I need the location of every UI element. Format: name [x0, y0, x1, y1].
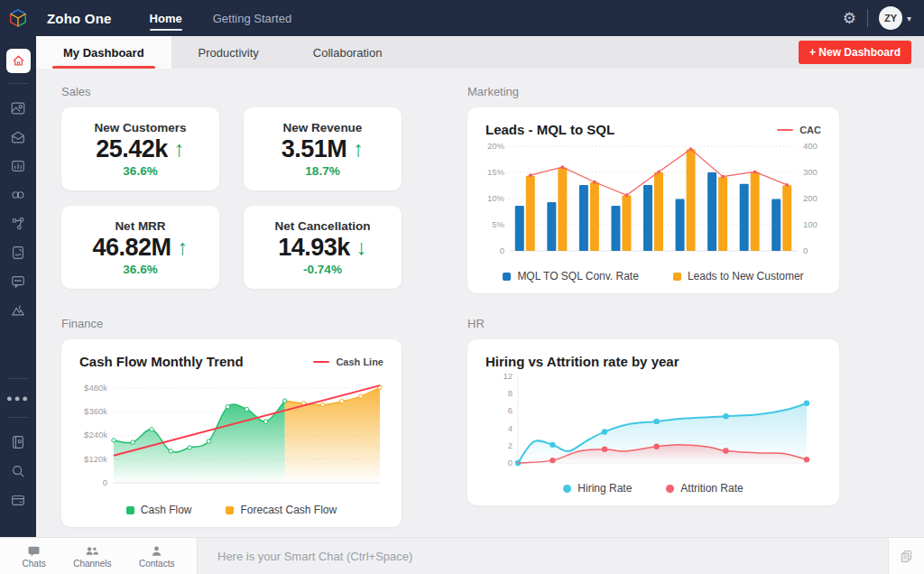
topbar-divider	[867, 9, 868, 27]
report-chart-icon	[10, 158, 26, 174]
link-rings-icon	[10, 187, 26, 203]
legend-mql-sql[interactable]: MQL TO SQL Conv. Rate	[503, 270, 639, 282]
marketing-chart-card: Leads - MQL to SQL CAC 05%10%15%20%01002…	[467, 107, 839, 293]
channels-button[interactable]: Channels	[68, 542, 116, 570]
sidebar-divider	[8, 417, 28, 418]
svg-text:10%: 10%	[487, 193, 505, 203]
top-navbar: Zoho One Home Getting Started ⚙ ZY ▾	[0, 0, 924, 36]
chevron-down-icon: ▾	[907, 14, 911, 23]
smart-chat-bar: Chats Channels Contacts	[0, 537, 924, 574]
tab-my-dashboard[interactable]: My Dashboard	[36, 36, 171, 69]
new-dashboard-button[interactable]: + New Dashboard	[799, 41, 911, 64]
dashboard-scroll-area[interactable]: Sales New Customers 25.42k ↑ 36.6% New R…	[36, 69, 924, 538]
sidebar-divider	[8, 83, 28, 84]
kpi-change: -0.74%	[303, 263, 342, 276]
sidebar-item-links[interactable]	[10, 187, 26, 203]
trend-up-icon: ↑	[174, 138, 185, 160]
sidebar-item-chat[interactable]	[10, 273, 26, 290]
cac-line-swatch	[777, 129, 793, 131]
section-marketing: Marketing Leads - MQL to SQL CAC 05%10%1…	[467, 85, 839, 293]
sidebar-item-more-ellipsis[interactable]: ●●●	[6, 393, 30, 403]
legend-cash-line[interactable]: Cash Line	[313, 356, 383, 367]
section-hr: HR Hiring vs Attrition rate by year 0246…	[467, 317, 839, 527]
finance-chart-card: Cash Flow Monthly Trend Cash Line 0$120k…	[61, 339, 402, 527]
chart-title-cashflow: Cash Flow Monthly Trend	[79, 354, 244, 369]
red-dot-swatch	[666, 485, 674, 493]
mail-icon	[10, 129, 26, 145]
legend-cac[interactable]: CAC	[777, 125, 821, 135]
dashboard-tabbar: My Dashboard Productivity Collaboration …	[36, 36, 924, 69]
top-navigation: Home Getting Started	[150, 0, 292, 36]
leads-bar-chart: 05%10%15%20%0100200300400	[482, 139, 825, 264]
sidebar-item-organization[interactable]	[10, 100, 26, 116]
hiring-line-chart: 0246812	[482, 371, 825, 476]
svg-text:400: 400	[803, 141, 818, 151]
svg-text:100: 100	[803, 219, 818, 229]
section-label-hr: HR	[467, 317, 839, 330]
magnifier-icon	[10, 463, 26, 479]
sidebar-item-mail[interactable]	[10, 129, 26, 145]
kpi-title: Net Cancellation	[275, 219, 371, 233]
clipboard-button[interactable]	[888, 538, 924, 574]
share-nodes-icon	[10, 216, 26, 232]
zoho-one-logo[interactable]	[0, 8, 36, 28]
svg-text:0: 0	[103, 477, 107, 487]
kpi-change: 36.6%	[123, 164, 157, 178]
app-sidebar: ●●●	[0, 36, 36, 538]
settings-gear-icon[interactable]: ⚙	[843, 11, 856, 26]
document-sign-icon	[10, 245, 26, 261]
kpi-card-net-mrr: Net MRR 46.82M ↑ 36.6%	[61, 206, 219, 289]
chat-shortcuts: Chats Channels Contacts	[0, 538, 198, 574]
gallery-icon	[10, 100, 26, 116]
sidebar-item-sign[interactable]	[10, 245, 26, 261]
sidebar-item-home[interactable]	[6, 49, 31, 73]
zoho-cube-icon	[8, 8, 28, 28]
cyan-dot-swatch	[563, 485, 571, 493]
sidebar-item-reports[interactable]	[10, 158, 26, 174]
contacts-button[interactable]: Contacts	[134, 542, 180, 570]
notebook-icon	[10, 434, 26, 450]
svg-text:8: 8	[508, 388, 513, 398]
svg-text:0: 0	[500, 245, 504, 255]
cashflow-area-chart: 0$120k$240k$360k$480k	[76, 371, 387, 497]
section-label-sales: Sales	[61, 85, 402, 98]
trend-down-icon: ↓	[356, 236, 367, 258]
svg-text:$480k: $480k	[84, 383, 107, 393]
blue-bar-swatch	[503, 273, 511, 281]
svg-text:4: 4	[508, 423, 513, 433]
legend-leads-new-customer[interactable]: Leads to New Customer	[673, 270, 804, 282]
sidebar-item-flow[interactable]	[10, 216, 26, 232]
orange-area-swatch	[226, 506, 234, 514]
svg-text:300: 300	[803, 167, 818, 177]
nav-getting-started[interactable]: Getting Started	[213, 0, 291, 36]
tab-collaboration[interactable]: Collaboration	[286, 36, 410, 69]
sidebar-item-analytics[interactable]	[10, 302, 26, 319]
svg-text:2: 2	[508, 440, 513, 450]
chat-bubble-icon	[10, 273, 26, 290]
chats-icon	[27, 544, 41, 558]
home-icon	[12, 54, 25, 68]
user-menu[interactable]: ZY ▾	[879, 6, 911, 30]
kpi-value: 25.42k	[96, 135, 168, 163]
kpi-change: 36.6%	[123, 263, 157, 276]
section-sales: Sales New Customers 25.42k ↑ 36.6% New R…	[61, 85, 402, 293]
sidebar-item-notebook[interactable]	[10, 434, 26, 450]
chart-title-hiring: Hiring vs Attrition rate by year	[485, 354, 679, 369]
orange-bar-swatch	[673, 273, 681, 281]
legend-hiring-rate[interactable]: Hiring Rate	[563, 482, 632, 495]
copy-pages-icon	[899, 549, 914, 564]
legend-cash-flow[interactable]: Cash Flow	[126, 504, 192, 516]
brand-title: Zoho One	[47, 11, 112, 26]
kpi-title: New Customers	[94, 121, 186, 134]
legend-attrition-rate[interactable]: Attrition Rate	[666, 482, 743, 495]
nav-home[interactable]: Home	[150, 0, 182, 36]
smart-chat-input[interactable]	[216, 549, 888, 564]
tab-productivity[interactable]: Productivity	[171, 36, 286, 69]
sidebar-item-search[interactable]	[10, 463, 26, 479]
legend-forecast-cash-flow[interactable]: Forecast Cash Flow	[226, 504, 337, 516]
svg-text:0: 0	[508, 458, 513, 468]
avatar[interactable]: ZY	[879, 6, 902, 30]
green-area-swatch	[126, 506, 134, 514]
sidebar-item-wallet[interactable]	[10, 492, 26, 508]
chats-button[interactable]: Chats	[17, 542, 51, 570]
